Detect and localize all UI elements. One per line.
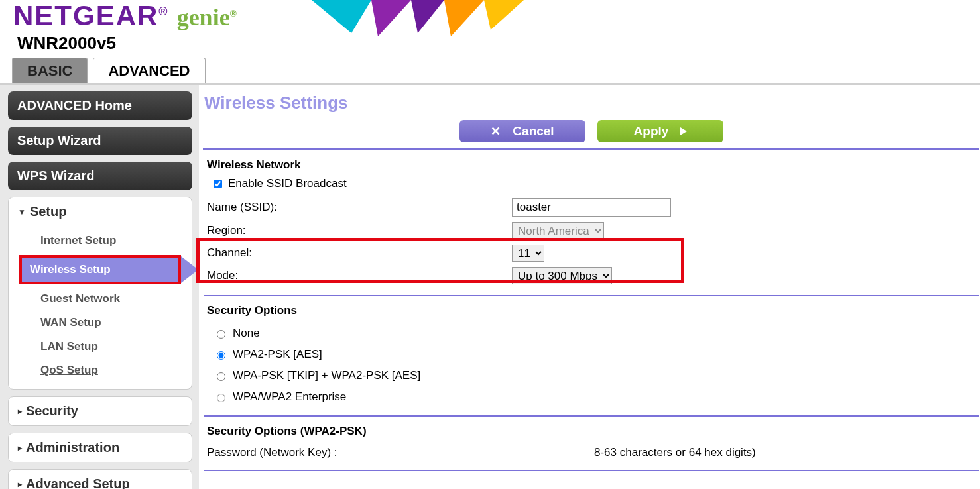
security-mixed-row[interactable]: WPA-PSK [TKIP] + WPA2-PSK [AES] <box>207 365 976 386</box>
active-arrow-icon <box>181 256 198 283</box>
caret-right-icon: ▸ <box>18 407 22 416</box>
channel-select[interactable]: 11 <box>512 244 544 262</box>
sidebar-group-administration-header[interactable]: ▸ Administration <box>9 433 192 462</box>
netgear-logo: NETGEAR® <box>13 0 169 32</box>
security-enterprise-row[interactable]: WPA/WPA2 Enterprise <box>207 386 976 408</box>
security-enterprise-radio[interactable] <box>217 394 225 402</box>
sidebar-group-administration-label: Administration <box>26 440 119 455</box>
tab-advanced[interactable]: ADVANCED <box>93 58 205 83</box>
security-mixed-label: WPA-PSK [TKIP] + WPA2-PSK [AES] <box>233 369 420 382</box>
action-row: ✕ Cancel Apply <box>203 117 980 148</box>
security-options-heading: Security Options <box>207 304 976 317</box>
cancel-button[interactable]: ✕ Cancel <box>459 120 585 142</box>
security-psk-section: Security Options (WPA2-PSK) Password (Ne… <box>203 417 980 470</box>
sidebar-group-security-header[interactable]: ▸ Security <box>9 397 192 425</box>
sidebar-group-advanced-setup-label: Advanced Setup <box>26 476 130 489</box>
security-mixed-radio[interactable] <box>217 372 225 381</box>
sidebar-item-qos-setup[interactable]: QoS Setup <box>9 358 192 382</box>
mode-label: Mode: <box>207 269 512 282</box>
svg-marker-1 <box>371 0 411 36</box>
svg-marker-3 <box>444 0 484 36</box>
security-wpa2psk-row[interactable]: WPA2-PSK [AES] <box>207 344 976 365</box>
channel-label: Channel: <box>207 246 512 260</box>
page-header: NETGEAR® genie® WNR2000v5 <box>0 0 980 54</box>
sidebar-group-security-label: Security <box>26 404 78 419</box>
security-psk-heading: Security Options (WPA2-PSK) <box>207 425 976 438</box>
cancel-button-label: Cancel <box>513 124 554 138</box>
mode-select[interactable]: Up to 300 Mbps <box>512 267 612 284</box>
sidebar-group-setup: ▼ Setup Internet Setup Wireless Setup Gu… <box>8 197 192 390</box>
region-label: Region: <box>207 224 512 237</box>
region-select[interactable]: North America <box>512 222 604 239</box>
apply-button-label: Apply <box>634 124 669 138</box>
caret-down-icon: ▼ <box>18 207 26 217</box>
sidebar-group-setup-label: Setup <box>30 204 67 219</box>
ssid-name-label: Name (SSID): <box>207 201 512 214</box>
sidebar-group-advanced-setup-header[interactable]: ▸ Advanced Setup <box>9 470 192 489</box>
page-title: Wireless Settings <box>204 93 980 113</box>
ssid-name-input[interactable] <box>512 198 671 217</box>
sidebar-item-guest-network[interactable]: Guest Network <box>9 287 192 311</box>
genie-logo: genie® <box>177 3 237 31</box>
close-icon: ✕ <box>491 124 501 138</box>
sidebar: ADVANCED Home Setup Wizard WPS Wizard ▼ … <box>0 85 199 489</box>
highlight-red-box-sidebar: Wireless Setup <box>19 255 181 284</box>
security-options-section: Security Options None WPA2-PSK [AES] WPA… <box>203 296 980 415</box>
enable-ssid-label: Enable SSID Broadcast <box>228 177 347 190</box>
sidebar-item-internet-setup[interactable]: Internet Setup <box>9 229 192 252</box>
wireless-network-heading: Wireless Network <box>207 158 976 172</box>
security-none-radio[interactable] <box>217 330 225 339</box>
top-tabs: BASIC ADVANCED <box>12 58 980 83</box>
password-hint: 8-63 characters or 64 hex digits) <box>594 446 756 459</box>
sidebar-group-administration: ▸ Administration <box>8 433 192 462</box>
enable-ssid-checkbox[interactable] <box>214 180 222 188</box>
sidebar-item-wireless-setup[interactable]: Wireless Setup <box>22 258 178 282</box>
security-enterprise-label: WPA/WPA2 Enterprise <box>233 390 346 404</box>
svg-marker-2 <box>411 0 444 33</box>
sidebar-group-setup-header[interactable]: ▼ Setup <box>9 197 192 226</box>
apply-button[interactable]: Apply <box>597 120 723 142</box>
security-none-label: None <box>233 327 260 340</box>
security-wpa2psk-label: WPA2-PSK [AES] <box>233 348 322 361</box>
separator <box>204 470 979 471</box>
sidebar-setup-wizard[interactable]: Setup Wizard <box>8 127 192 155</box>
caret-right-icon: ▸ <box>18 443 22 453</box>
sidebar-wps-wizard[interactable]: WPS Wizard <box>8 162 192 190</box>
sidebar-advanced-home[interactable]: ADVANCED Home <box>8 91 192 120</box>
password-input[interactable] <box>459 446 461 459</box>
sidebar-group-security: ▸ Security <box>8 396 192 426</box>
tab-basic[interactable]: BASIC <box>12 58 88 83</box>
svg-marker-4 <box>484 0 524 30</box>
security-none-row[interactable]: None <box>207 323 976 344</box>
play-icon <box>680 127 687 135</box>
sidebar-item-lan-setup[interactable]: LAN Setup <box>9 335 192 358</box>
caret-right-icon: ▸ <box>18 480 22 489</box>
password-label: Password (Network Key) : <box>207 446 459 459</box>
security-wpa2psk-radio[interactable] <box>217 351 225 360</box>
header-geometric-art <box>312 0 550 40</box>
sidebar-group-advanced-setup: ▸ Advanced Setup <box>8 469 192 489</box>
sidebar-item-wan-setup[interactable]: WAN Setup <box>9 311 192 335</box>
content-area: Wireless Settings ✕ Cancel Apply Wireles… <box>199 85 980 489</box>
wireless-network-section: Wireless Network Enable SSID Broadcast N… <box>203 150 980 295</box>
svg-marker-0 <box>312 0 371 33</box>
